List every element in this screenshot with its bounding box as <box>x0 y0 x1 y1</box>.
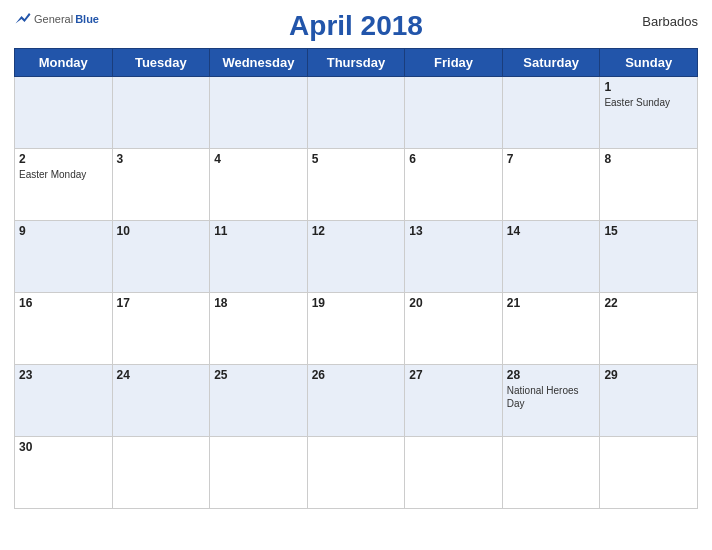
calendar-cell <box>502 437 600 509</box>
week-row-4: 16171819202122 <box>15 293 698 365</box>
calendar-cell: 23 <box>15 365 113 437</box>
week-row-6: 30 <box>15 437 698 509</box>
day-number: 15 <box>604 224 693 238</box>
calendar-table: Monday Tuesday Wednesday Thursday Friday… <box>14 48 698 509</box>
day-number: 23 <box>19 368 108 382</box>
week-row-5: 232425262728National Heroes Day29 <box>15 365 698 437</box>
calendar-cell: 17 <box>112 293 210 365</box>
calendar-cell: 30 <box>15 437 113 509</box>
calendar-cell: 16 <box>15 293 113 365</box>
calendar-cell: 21 <box>502 293 600 365</box>
day-number: 5 <box>312 152 401 166</box>
calendar-cell: 19 <box>307 293 405 365</box>
day-event: Easter Monday <box>19 168 108 181</box>
calendar-cell: 2Easter Monday <box>15 149 113 221</box>
day-number: 27 <box>409 368 498 382</box>
day-number: 9 <box>19 224 108 238</box>
calendar-cell: 8 <box>600 149 698 221</box>
svg-marker-0 <box>16 13 31 24</box>
calendar-cell: 1Easter Sunday <box>600 77 698 149</box>
header-sunday: Sunday <box>600 49 698 77</box>
calendar-cell: 7 <box>502 149 600 221</box>
day-number: 20 <box>409 296 498 310</box>
logo-area: General Blue <box>14 10 99 28</box>
calendar-cell <box>307 437 405 509</box>
day-number: 6 <box>409 152 498 166</box>
week-row-1: 1Easter Sunday <box>15 77 698 149</box>
day-number: 24 <box>117 368 206 382</box>
header-tuesday: Tuesday <box>112 49 210 77</box>
calendar-cell: 28National Heroes Day <box>502 365 600 437</box>
day-number: 18 <box>214 296 303 310</box>
calendar-wrapper: General Blue April 2018 Barbados Monday … <box>0 0 712 550</box>
country-label: Barbados <box>642 14 698 29</box>
calendar-cell: 27 <box>405 365 503 437</box>
day-number: 2 <box>19 152 108 166</box>
header-monday: Monday <box>15 49 113 77</box>
calendar-cell: 3 <box>112 149 210 221</box>
day-number: 14 <box>507 224 596 238</box>
header-wednesday: Wednesday <box>210 49 308 77</box>
day-number: 26 <box>312 368 401 382</box>
calendar-cell: 9 <box>15 221 113 293</box>
calendar-cell <box>210 437 308 509</box>
calendar-cell: 24 <box>112 365 210 437</box>
day-number: 3 <box>117 152 206 166</box>
calendar-cell: 5 <box>307 149 405 221</box>
calendar-cell <box>600 437 698 509</box>
calendar-cell: 22 <box>600 293 698 365</box>
logo-text: General Blue <box>14 10 99 28</box>
calendar-cell: 13 <box>405 221 503 293</box>
calendar-thead: Monday Tuesday Wednesday Thursday Friday… <box>15 49 698 77</box>
day-number: 13 <box>409 224 498 238</box>
calendar-cell: 6 <box>405 149 503 221</box>
calendar-cell: 4 <box>210 149 308 221</box>
calendar-cell <box>210 77 308 149</box>
day-number: 28 <box>507 368 596 382</box>
calendar-cell <box>15 77 113 149</box>
calendar-cell: 18 <box>210 293 308 365</box>
day-event: National Heroes Day <box>507 384 596 410</box>
week-row-3: 9101112131415 <box>15 221 698 293</box>
logo-bird-icon <box>14 10 32 28</box>
calendar-cell: 20 <box>405 293 503 365</box>
logo-general-text: General <box>34 13 73 25</box>
day-number: 30 <box>19 440 108 454</box>
logo-blue-text: Blue <box>75 13 99 25</box>
day-number: 25 <box>214 368 303 382</box>
day-number: 7 <box>507 152 596 166</box>
day-number: 10 <box>117 224 206 238</box>
day-number: 11 <box>214 224 303 238</box>
calendar-cell: 14 <box>502 221 600 293</box>
days-header-row: Monday Tuesday Wednesday Thursday Friday… <box>15 49 698 77</box>
header-saturday: Saturday <box>502 49 600 77</box>
calendar-cell: 29 <box>600 365 698 437</box>
calendar-cell <box>405 77 503 149</box>
calendar-cell <box>307 77 405 149</box>
calendar-cell <box>502 77 600 149</box>
day-number: 17 <box>117 296 206 310</box>
calendar-cell <box>112 437 210 509</box>
calendar-cell: 26 <box>307 365 405 437</box>
calendar-body: 1Easter Sunday2Easter Monday345678910111… <box>15 77 698 509</box>
calendar-cell <box>112 77 210 149</box>
calendar-cell <box>405 437 503 509</box>
calendar-cell: 15 <box>600 221 698 293</box>
day-number: 22 <box>604 296 693 310</box>
calendar-cell: 25 <box>210 365 308 437</box>
calendar-cell: 10 <box>112 221 210 293</box>
week-row-2: 2Easter Monday345678 <box>15 149 698 221</box>
header-thursday: Thursday <box>307 49 405 77</box>
day-event: Easter Sunday <box>604 96 693 109</box>
day-number: 29 <box>604 368 693 382</box>
day-number: 19 <box>312 296 401 310</box>
header-friday: Friday <box>405 49 503 77</box>
calendar-header: General Blue April 2018 Barbados <box>14 10 698 42</box>
day-number: 16 <box>19 296 108 310</box>
day-number: 21 <box>507 296 596 310</box>
day-number: 12 <box>312 224 401 238</box>
calendar-cell: 11 <box>210 221 308 293</box>
calendar-title: April 2018 <box>289 10 423 42</box>
calendar-cell: 12 <box>307 221 405 293</box>
day-number: 4 <box>214 152 303 166</box>
